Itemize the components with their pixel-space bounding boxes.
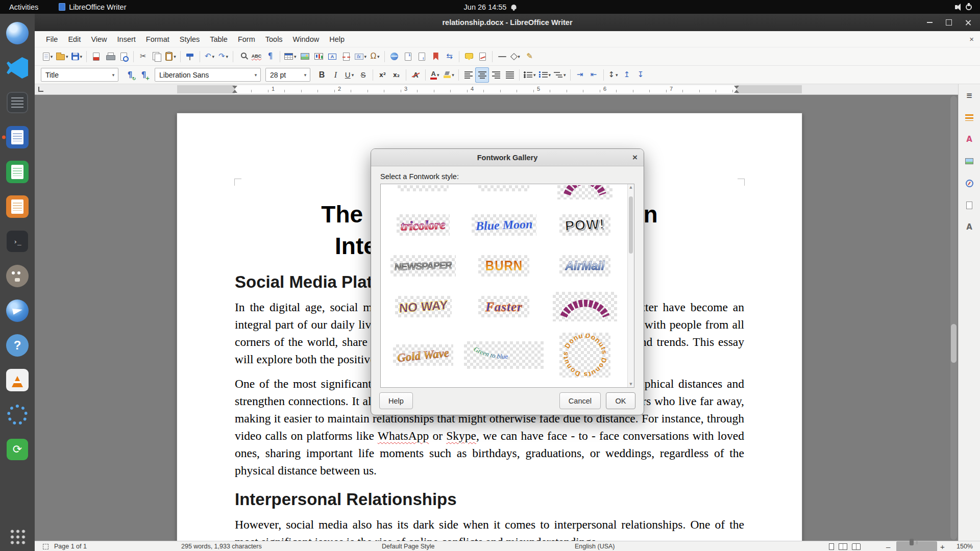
fontwork-style-partial-3[interactable] [557, 185, 612, 205]
new-document-button[interactable]: ▾ [41, 49, 55, 64]
first-line-indent-marker[interactable] [232, 86, 237, 89]
insert-text-box-button[interactable]: A [326, 49, 339, 64]
insert-chart-button[interactable] [312, 49, 326, 64]
dialog-titlebar[interactable]: Fontwork Gallery × [371, 149, 644, 166]
fontwork-style-blue-moon[interactable]: Blue Moon [472, 214, 536, 236]
export-pdf-button[interactable] [89, 49, 103, 64]
dock-vlc[interactable] [0, 368, 35, 392]
insert-special-character-button[interactable]: Ω▾ [368, 49, 382, 64]
fontwork-style-no-way[interactable]: NO WAY [395, 296, 452, 317]
fontwork-style-donuts[interactable]: Donuts Donuts Donuts Donuts [559, 333, 610, 378]
increase-paragraph-spacing-button[interactable]: ↥ [620, 67, 634, 83]
clone-formatting-button[interactable] [183, 49, 197, 64]
subscript-button[interactable]: x₂ [389, 67, 403, 83]
document-vertical-scrollbar[interactable] [950, 96, 957, 540]
sidebar-style-inspector[interactable]: A [961, 219, 977, 235]
basic-shapes-dropdown-arrow[interactable]: ▾ [518, 54, 520, 59]
track-changes-button[interactable] [476, 49, 489, 64]
clear-formatting-button[interactable]: A [409, 67, 423, 83]
underline-button[interactable]: U▾ [342, 67, 356, 83]
justify-button[interactable] [503, 67, 517, 83]
highlight-color-dropdown-arrow[interactable]: ▾ [452, 72, 454, 78]
menu-format[interactable]: Format [141, 31, 175, 47]
undo-button[interactable]: ↶▾ [203, 49, 216, 64]
align-right-button[interactable] [489, 67, 503, 83]
find-and-replace-button[interactable] [236, 49, 250, 64]
sidebar-navigator[interactable] [961, 175, 977, 191]
sidebar-styles[interactable]: A [961, 131, 977, 147]
status-page-count[interactable]: Page 1 of 1 [54, 541, 87, 551]
underline-dropdown-arrow[interactable]: ▾ [352, 72, 354, 78]
insert-field-dropdown-arrow[interactable]: ▾ [364, 54, 367, 59]
dock-chat-app[interactable] [0, 298, 35, 323]
insert-cross-reference-button[interactable]: ⇆ [443, 49, 456, 64]
open-file-button[interactable]: ▾ [55, 49, 70, 64]
fontwork-style-burn[interactable]: BURN [478, 255, 529, 277]
fontwork-style-faster[interactable]: Faster [478, 296, 529, 317]
zoom-slider-handle[interactable] [910, 539, 914, 545]
dock-vscode[interactable] [0, 56, 35, 80]
right-indent-marker[interactable] [734, 90, 739, 93]
dock-libreoffice-writer[interactable] [0, 125, 35, 149]
line-spacing-dropdown-arrow[interactable]: ▾ [616, 72, 618, 78]
increase-indent-button[interactable]: ⇥ [573, 67, 587, 83]
dialog-scrollbar[interactable]: ▲ ▼ [627, 184, 634, 387]
dock-gimp[interactable] [0, 264, 35, 288]
ordered-list-button[interactable]: ▾ [537, 67, 553, 83]
undo-dropdown-arrow[interactable]: ▾ [212, 54, 215, 59]
menu-help[interactable]: Help [324, 31, 350, 47]
ordered-list-dropdown-arrow[interactable]: ▾ [549, 72, 551, 78]
fontwork-style-green-to-blue[interactable]: Green to blue [464, 341, 544, 369]
insert-endnote-button[interactable] [415, 49, 429, 64]
insert-bookmark-button[interactable] [429, 49, 443, 64]
menu-styles[interactable]: Styles [175, 31, 205, 47]
copy-button[interactable] [150, 49, 164, 64]
paste-dropdown-arrow[interactable]: ▾ [174, 54, 176, 59]
close-document-icon[interactable]: × [969, 35, 974, 43]
scroll-down-icon[interactable]: ▼ [628, 382, 634, 386]
decrease-indent-button[interactable]: ⇤ [587, 67, 601, 83]
unordered-list-button[interactable]: ▾ [522, 67, 537, 83]
activities-button[interactable]: Activities [9, 3, 38, 11]
outline-list-dropdown-arrow[interactable]: ▾ [564, 72, 566, 78]
menu-table[interactable]: Table [205, 31, 233, 47]
insert-field-button[interactable]: fx▾ [353, 49, 369, 64]
print-button[interactable] [103, 49, 117, 64]
menu-file[interactable]: File [41, 31, 63, 47]
fontwork-style-airmail[interactable]: AirMail [559, 255, 610, 277]
font-name-dropdown-arrow[interactable]: ▾ [251, 72, 260, 78]
ok-button[interactable]: OK [606, 392, 635, 409]
font-name-combo[interactable]: Liberation Sans ▾ [155, 68, 261, 82]
tab-stop-selector-icon[interactable] [38, 87, 43, 92]
dock-libreoffice-calc[interactable] [0, 160, 35, 184]
show-applications-icon[interactable] [9, 528, 26, 545]
insert-hyperlink-button[interactable] [387, 49, 401, 64]
menu-edit[interactable]: Edit [63, 31, 86, 47]
zoom-in-button[interactable]: + [940, 541, 945, 551]
close-button[interactable] [961, 16, 976, 29]
highlight-color-button[interactable]: ▾ [442, 67, 456, 83]
sidebar-properties[interactable] [961, 109, 977, 126]
multi-page-view-icon[interactable] [839, 543, 847, 550]
sidebar-page-deck[interactable] [961, 197, 977, 213]
sidebar-sidebar-settings[interactable]: ≡ [961, 87, 977, 104]
redo-dropdown-arrow[interactable]: ▾ [226, 54, 229, 59]
update-selected-style-button[interactable]: ¶ [123, 67, 137, 83]
line-spacing-button[interactable]: ↕▾ [606, 67, 620, 83]
insert-table-dropdown-arrow[interactable]: ▾ [294, 54, 297, 59]
dock-chromium[interactable] [0, 21, 35, 45]
dock-terminal[interactable]: ›_ [0, 229, 35, 254]
minimize-button[interactable] [922, 16, 937, 29]
fontwork-style-pow[interactable]: POW! [559, 214, 610, 236]
font-size-combo[interactable]: 28 pt ▾ [265, 68, 310, 82]
window-titlebar[interactable]: relationship.docx - LibreOffice Writer [35, 14, 980, 31]
fontwork-style-newspaper[interactable]: NEWSPAPER [390, 255, 456, 277]
align-center-button[interactable] [475, 67, 489, 83]
font-size-dropdown-arrow[interactable]: ▾ [301, 72, 310, 78]
dock-text-editor[interactable] [0, 90, 35, 115]
dialog-close-icon[interactable]: × [632, 149, 638, 166]
italic-button[interactable]: I [329, 67, 342, 83]
font-color-dropdown-arrow[interactable]: ▾ [437, 72, 439, 78]
focused-app-indicator[interactable]: LibreOffice Writer [59, 3, 126, 11]
book-view-icon[interactable] [852, 543, 861, 550]
